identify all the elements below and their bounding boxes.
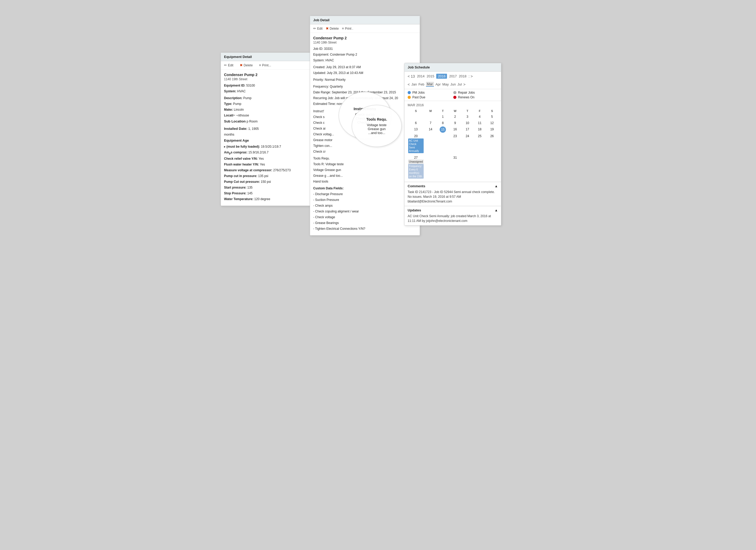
cal-day-17[interactable]: 17 xyxy=(461,126,473,133)
cal-day-11[interactable]: 11 xyxy=(474,120,486,126)
cal-day-16[interactable]: 16 xyxy=(449,126,461,133)
custom-fields-section: Custom Data Fields: - Discharge Pressure… xyxy=(313,186,417,231)
equipment-edit-button[interactable]: ✏ Edit xyxy=(224,63,233,67)
year-2017[interactable]: 2017 xyxy=(449,74,457,78)
cal-day-6[interactable]: 6 xyxy=(408,120,424,126)
cal-day-empty-1 xyxy=(408,114,424,120)
cal-day-15[interactable]: 15 xyxy=(440,126,446,133)
job-delete-button[interactable]: ✖ Delete xyxy=(326,26,339,30)
job-priority-row: Priority: Normal Priority xyxy=(313,77,417,82)
cal-day-27[interactable]: 27 Unassigned Frequency: Every 6 month(s… xyxy=(408,155,424,180)
cal-day-9[interactable]: 9 xyxy=(449,120,461,126)
month-mar[interactable]: Mar xyxy=(426,82,434,87)
cal-day-4[interactable]: 4 xyxy=(474,114,486,120)
cal-event-unassigned: Unassigned xyxy=(408,159,424,164)
start-pressure-row: Start pressure: 135 xyxy=(224,185,312,190)
job-delete-label: Delete xyxy=(330,27,339,30)
comments-header[interactable]: Comments ▲ xyxy=(408,184,498,188)
cal-day-1[interactable]: 1 xyxy=(437,114,449,120)
year-2016[interactable]: 2016 xyxy=(436,74,447,79)
equip-age-label: Equipment Age xyxy=(224,138,249,142)
cal-day-r5-3 xyxy=(437,155,449,180)
cal-day-2[interactable]: 2 xyxy=(449,114,461,120)
year-2015[interactable]: 2015 xyxy=(427,74,434,78)
cal-day-19[interactable]: 19 xyxy=(486,126,498,133)
water-temp-label: Water Temperature: xyxy=(224,197,254,201)
cal-day-10[interactable]: 10 xyxy=(461,120,473,126)
equipment-delete-button[interactable]: ✖ Delete xyxy=(240,63,253,67)
cal-day-8[interactable]: 8 xyxy=(437,120,449,126)
water-temp-value: 120 degree xyxy=(254,197,270,201)
make-label: Make: xyxy=(224,108,234,111)
job-print-button[interactable]: ≡ Print . xyxy=(342,26,353,30)
pump-cut-out-value: 150 psi xyxy=(261,180,271,184)
cal-day-23[interactable]: 23 xyxy=(449,133,461,154)
voltage-value: 276/275/273 xyxy=(273,168,291,172)
comments-content: Task ID 2141723 - Job ID 52944 Semi annu… xyxy=(408,190,498,204)
cal-day-21[interactable] xyxy=(425,133,436,154)
cal-day-13[interactable]: 13 xyxy=(408,126,424,133)
year-next-button[interactable]: : > xyxy=(468,74,473,78)
cal-day-18[interactable]: 18 xyxy=(474,126,486,133)
cal-day-25[interactable]: 25 xyxy=(474,133,486,154)
month-apr[interactable]: Apr xyxy=(435,82,441,86)
cal-event-20[interactable]: AC Unit Check Semi Annually xyxy=(408,138,424,153)
type-label: Type: xyxy=(224,102,233,106)
comments-toggle-icon: ▲ xyxy=(494,184,498,188)
month-jan[interactable]: Jan xyxy=(411,82,417,86)
cal-day-7[interactable]: 7 xyxy=(425,120,436,126)
month-feb[interactable]: Feb xyxy=(418,82,424,86)
tools-0-label: Tools R xyxy=(313,162,324,166)
cal-day-r5-6 xyxy=(474,155,486,180)
amps-value: 15.9/16.2/16.7 xyxy=(248,151,269,154)
custom-5: - Grease Bearings xyxy=(313,221,417,225)
year-2014[interactable]: 2014 xyxy=(417,74,425,78)
cal-day-24[interactable]: 24 xyxy=(461,133,473,154)
job-schedule-panel: Job Schedule < 13 2014 2015 2016 2017 20… xyxy=(404,63,501,226)
month-jun[interactable]: Jun xyxy=(450,82,456,86)
repair-label: Repair Jobs xyxy=(458,91,475,94)
legend: PM Jobs Repair Jobs Past Due Renews On xyxy=(404,89,501,101)
equipment-panel-header: Equipment Detail xyxy=(221,53,315,61)
job-edit-button[interactable]: ✏ Edit xyxy=(313,26,323,30)
cal-day-22[interactable] xyxy=(437,133,449,154)
job-equipment-name: Condenser Pump 2 xyxy=(313,36,417,40)
equipment-print-button[interactable]: ≡ Print... xyxy=(259,63,271,67)
relief-valve-label: Check relief valve Y/N: xyxy=(224,157,259,161)
job-print-icon: ≡ xyxy=(342,26,344,30)
location-label: Locati~ xyxy=(224,114,236,117)
month-jul[interactable]: Jul xyxy=(457,82,462,86)
year-prev-button[interactable]: < 13 xyxy=(408,74,415,78)
tools-label: Tools Requ. xyxy=(313,156,417,161)
cal-day-14[interactable]: 14 xyxy=(425,126,436,133)
pump-cut-in-value: 135 psi xyxy=(258,174,268,178)
stop-pressure-row: Stop Pressure: 145 xyxy=(224,191,312,196)
cal-day-20[interactable]: 20 AC Unit Check Semi Annually xyxy=(408,133,424,154)
year-2018[interactable]: 2018 xyxy=(459,74,466,78)
fully-loaded-label: ▸ xyxy=(224,145,226,148)
stop-pressure-label: Stop Pressure: xyxy=(224,191,247,195)
sublocation-value: p Room xyxy=(247,120,258,123)
cal-day-12[interactable]: 12 xyxy=(486,120,498,126)
cal-day-3[interactable]: 3 xyxy=(461,114,473,120)
cal-day-5[interactable]: 5 xyxy=(486,114,498,120)
job-print-label: Print . xyxy=(345,27,353,30)
custom-0: - Discharge Pressure xyxy=(313,192,417,196)
months-row: months xyxy=(224,132,312,137)
voltage-label: Measure voltage at compressor: xyxy=(224,168,273,172)
month-may[interactable]: May xyxy=(442,82,449,86)
updates-header[interactable]: Updates ▲ xyxy=(408,208,498,212)
flush-water-value: Yes xyxy=(260,163,265,166)
cal-day-31[interactable]: 31 xyxy=(449,155,461,180)
voltage-row: Measure voltage at compressor: 276/275/2… xyxy=(224,168,312,173)
cal-header-s1: S xyxy=(408,109,424,113)
cal-day-26[interactable]: 26 xyxy=(486,133,498,154)
comments-title: Comments xyxy=(408,184,425,188)
delete-label: Delete xyxy=(244,63,253,67)
custom-fields-title: Custom Data Fields: xyxy=(313,186,344,190)
description-label: Description: xyxy=(224,96,243,100)
fully-loaded-row: ▸ (must be fully loaded): 19.5/20.1/19.7 xyxy=(224,144,312,149)
month-prev-button[interactable]: < xyxy=(408,82,410,87)
cal-grid: S M T W T F S 1 2 3 4 5 6 7 8 9 10 xyxy=(408,109,498,180)
month-next-button[interactable]: > xyxy=(463,82,465,87)
